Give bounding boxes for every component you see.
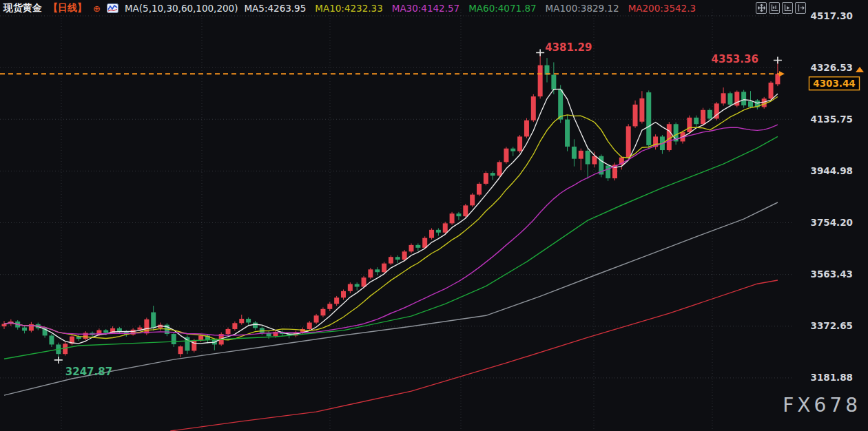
pan-icon[interactable]: [756, 2, 767, 14]
candle-body: [687, 118, 692, 132]
swing-label: 4353.36: [712, 53, 758, 65]
ma-legend-item: MA30:4142.57: [392, 3, 459, 14]
candle-body: [151, 313, 156, 328]
ma-line: [4, 136, 778, 359]
last-price-value: 4303.44: [813, 78, 856, 89]
candle-body: [320, 309, 325, 315]
swing-cross-icon: [774, 57, 782, 64]
candle-body: [232, 323, 237, 329]
candle-body: [456, 213, 461, 216]
swing-cross-icon: [536, 50, 544, 56]
axis-tick-label: 3944.98: [811, 165, 854, 176]
ma-line: [4, 89, 778, 344]
candle-body: [253, 323, 258, 328]
ma-indicator-icon: [107, 3, 118, 13]
symbol-title: 现货黄金: [3, 2, 42, 14]
candle-body: [49, 335, 54, 344]
candle-body: [531, 96, 536, 120]
candle-body: [2, 324, 7, 326]
ma-line: [170, 280, 778, 431]
axis-tick-label: 3754.20: [811, 217, 854, 228]
candle-body: [368, 269, 373, 277]
scale-axis-icon[interactable]: [769, 2, 780, 14]
candle-body: [592, 156, 597, 165]
chart-toolbar: [756, 2, 806, 14]
price-chart-canvas[interactable]: 3247.874381.294353.364517.304326.534135.…: [0, 0, 868, 431]
swing-label: 4381.29: [545, 41, 592, 54]
ma-line: [4, 97, 778, 340]
candle-body: [341, 291, 346, 297]
ma-line: [4, 125, 778, 335]
candle-body: [727, 93, 732, 105]
play-axis-icon[interactable]: [782, 2, 793, 14]
candle-body: [633, 105, 638, 127]
candle-body: [138, 328, 143, 330]
ma-legend-item: MA200:3542.3: [628, 3, 696, 14]
chart-window: 3247.874381.294353.364517.304326.534135.…: [0, 0, 868, 431]
candle-body: [517, 136, 522, 151]
axis-tick-label: 4517.30: [811, 10, 854, 21]
candle-body: [63, 344, 68, 354]
candle-body: [246, 319, 251, 323]
candle-body: [721, 93, 726, 103]
candle-body: [694, 118, 699, 124]
candle-body: [477, 184, 482, 195]
candle-body: [409, 245, 414, 251]
candle-body: [415, 245, 420, 248]
candle-body: [436, 230, 441, 233]
candle-body: [178, 346, 183, 354]
timeframe-label[interactable]: 【日线】: [48, 2, 87, 14]
candle-body: [538, 65, 543, 96]
candle-body: [565, 120, 570, 147]
candle-body: [226, 329, 231, 334]
candle-body: [626, 126, 631, 157]
axis-tick-label: 3372.65: [811, 320, 854, 331]
candle-body: [510, 149, 515, 151]
indicator-expand-icon[interactable]: ⊕: [93, 3, 101, 14]
price-axis[interactable]: 4517.304326.534135.753944.983754.203563.…: [809, 10, 860, 383]
shift-axis-icon[interactable]: [795, 2, 806, 14]
ma-legend-item: MA10:4232.33: [315, 3, 382, 14]
candles-layer[interactable]: [2, 53, 781, 360]
candle-body: [701, 110, 705, 124]
candle-body: [402, 251, 407, 260]
fx678-watermark: FX678: [783, 394, 861, 417]
candle-body: [769, 83, 774, 98]
candle-body: [463, 205, 468, 216]
candle-body: [586, 151, 590, 165]
candle-body: [389, 257, 393, 263]
candle-body: [741, 92, 746, 105]
candle-body: [382, 264, 386, 273]
candle-body: [334, 297, 339, 304]
ma-legend-item: MA100:3829.12: [546, 3, 619, 14]
chart-header: 现货黄金 【日线】 ⊕ MA(5,10,30,60,100,200) MA5:4…: [3, 2, 696, 14]
candle-body: [524, 120, 529, 137]
candle-body: [443, 223, 448, 232]
swing-label: 3247.87: [65, 366, 112, 378]
candle-body: [429, 230, 434, 238]
candle-body: [103, 330, 108, 333]
candle-body: [239, 319, 244, 323]
ma-legend: MA5:4263.95MA10:4232.33MA30:4142.57MA60:…: [244, 3, 696, 14]
candle-body: [307, 323, 312, 329]
candle-body: [348, 284, 353, 291]
axis-tick-label: 4135.75: [811, 114, 854, 125]
price-arrow-icon: [779, 71, 785, 76]
candle-body: [327, 304, 332, 308]
candle-body: [490, 173, 495, 176]
candle-body: [355, 284, 360, 287]
candle-body: [646, 92, 651, 145]
last-price-line: [0, 67, 864, 76]
candle-body: [639, 98, 644, 122]
candle-body: [450, 213, 455, 223]
candle-body: [484, 173, 488, 184]
candle-body: [144, 319, 149, 333]
candle-body: [395, 257, 400, 260]
candle-body: [497, 162, 502, 176]
axis-tick-label: 3563.43: [811, 269, 854, 280]
candle-body: [375, 269, 380, 272]
grid-layer: [0, 10, 794, 431]
candle-body: [314, 315, 319, 322]
axis-tick-label: 3181.88: [811, 372, 854, 383]
candle-body: [572, 147, 577, 159]
